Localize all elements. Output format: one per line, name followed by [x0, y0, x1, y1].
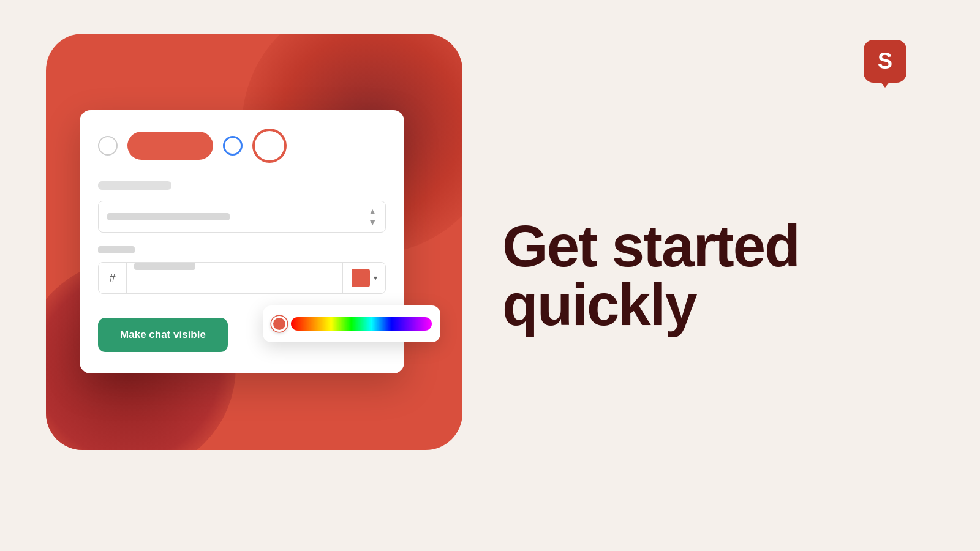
swatch-dropdown-arrow-icon: ▾	[374, 274, 377, 282]
color-swatch-button[interactable]: ▾	[342, 263, 385, 293]
right-text-section: Get started quickly	[502, 217, 882, 334]
logo-letter: S	[878, 48, 892, 74]
headline-line-2: quickly	[502, 276, 882, 334]
radio-options-row	[98, 129, 386, 163]
radio-option-3[interactable]	[223, 136, 243, 156]
color-field-label	[98, 246, 135, 253]
hash-symbol: #	[99, 263, 127, 293]
color-swatch-preview	[352, 269, 370, 287]
dropdown-arrows: ▲ ▼	[368, 206, 377, 227]
headline-line-1: Get started	[502, 217, 882, 276]
radio-option-1[interactable]	[98, 136, 118, 156]
color-input-row: # ▾	[98, 262, 386, 294]
dropdown-field[interactable]: ▲ ▼	[98, 201, 386, 233]
radio-option-4[interactable]	[252, 129, 287, 163]
ui-settings-card: ▲ ▼ # ▾ Make chat visible	[80, 110, 404, 373]
app-logo-badge: S	[864, 40, 907, 83]
arrow-down-icon: ▼	[368, 217, 377, 227]
headline-text: Get started quickly	[502, 217, 882, 334]
color-picker-popup[interactable]	[263, 305, 440, 342]
color-picker-thumb	[271, 316, 287, 332]
color-hex-placeholder	[134, 263, 195, 270]
make-chat-visible-button[interactable]: Make chat visible	[98, 318, 228, 352]
arrow-up-icon: ▲	[368, 206, 377, 216]
field-label-placeholder	[98, 181, 172, 190]
color-hex-input[interactable]	[127, 263, 342, 293]
dropdown-selected-value	[107, 213, 230, 220]
radio-option-2-selected[interactable]	[127, 132, 213, 160]
color-spectrum-slider[interactable]	[291, 317, 432, 331]
